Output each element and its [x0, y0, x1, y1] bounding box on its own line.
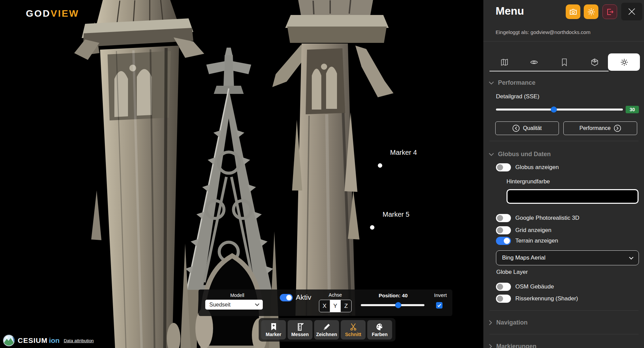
globe-layer-select[interactable]: Bing Maps Aerial: [496, 250, 639, 265]
marker-4-dot[interactable]: [378, 163, 382, 168]
chevron-down-icon: [489, 81, 494, 85]
markierungen-section-header[interactable]: Markierungen: [489, 343, 536, 348]
logout-icon: [606, 8, 614, 16]
gear-tab-icon: [620, 58, 628, 66]
globe-layer-label: Globe Layer: [496, 269, 528, 276]
cesium-attribution: CESIUM ion Data attribution: [3, 334, 94, 347]
cube-icon: [591, 58, 599, 66]
scissors-icon: [349, 323, 357, 331]
terrain-anzeigen-toggle[interactable]: [496, 237, 511, 245]
globe-layer-select-value: Bing Maps Aerial: [502, 254, 546, 261]
aktiv-toggle[interactable]: [280, 294, 293, 301]
bookmark-plus-icon: [270, 323, 277, 331]
tab-underline: [489, 71, 609, 71]
detailgrad-value-badge: 30: [626, 106, 639, 113]
position-slider-thumb[interactable]: [395, 302, 401, 308]
globus-anzeigen-label: Globus anzeigen: [515, 164, 559, 171]
performance-button-label: Performance: [579, 125, 611, 131]
modell-select[interactable]: Suedseit: [205, 300, 263, 310]
invert-label: Invert: [434, 292, 447, 298]
settings-button[interactable]: [584, 4, 598, 19]
schnitt-tool-button[interactable]: Schnitt: [341, 320, 366, 339]
messen-tool-label: Messen: [291, 332, 309, 337]
quality-button-label: Qualität: [523, 125, 542, 131]
hintergrundfarbe-color-picker[interactable]: [506, 189, 639, 204]
pencil-icon: [323, 323, 331, 331]
tab-models[interactable]: [580, 53, 610, 71]
risserkennung-row: Risserkennung (Shader): [496, 295, 578, 303]
marker-4-label[interactable]: Marker 4: [390, 149, 417, 156]
globus-anzeigen-toggle[interactable]: [496, 163, 511, 171]
google-3d-row: Google Photorealistic 3D: [496, 214, 579, 222]
terrain-anzeigen-label: Terrain anzeigen: [515, 237, 558, 244]
aktiv-label: Aktiv: [296, 293, 311, 301]
google-3d-label: Google Photorealistic 3D: [515, 215, 579, 221]
grid-anzeigen-label: Grid anzeigen: [515, 227, 551, 234]
marker-tool-button[interactable]: Marker: [261, 320, 286, 339]
osm-label: OSM Gebäude: [515, 283, 554, 290]
markierungen-section-title: Markierungen: [496, 343, 536, 348]
screenshot-button[interactable]: [566, 4, 580, 19]
data-attribution-link[interactable]: Data attribution: [64, 338, 94, 343]
marker-5-dot[interactable]: [370, 225, 374, 230]
invert-checkbox[interactable]: [436, 302, 442, 309]
axis-x-button[interactable]: X: [319, 300, 330, 312]
axis-button-group: X Y Z: [319, 300, 352, 312]
axis-z-button[interactable]: Z: [341, 300, 351, 312]
risserkennung-label: Risserkennung (Shader): [515, 295, 578, 302]
godview-logo: GODVIEW: [26, 8, 79, 19]
farben-tool-button[interactable]: Farben: [367, 320, 392, 339]
position-slider[interactable]: [361, 304, 424, 306]
tab-bookmarks[interactable]: [549, 53, 579, 71]
osm-toggle[interactable]: [496, 283, 511, 291]
bookmark-icon: [561, 58, 568, 66]
google-3d-toggle[interactable]: [496, 214, 511, 222]
camera-icon: [569, 8, 577, 16]
position-label: Position: 40: [379, 293, 407, 298]
logo-view-text: VIEW: [51, 8, 79, 19]
tools-bar: Marker Messen Zeichnen Schnitt Farben: [259, 318, 396, 342]
marker-tool-label: Marker: [266, 332, 281, 337]
globus-section-title: Globus und Daten: [498, 151, 551, 158]
farben-tool-label: Farben: [372, 332, 388, 337]
detailgrad-slider-thumb[interactable]: [551, 106, 557, 113]
terrain-anzeigen-row: Terrain anzeigen: [496, 237, 558, 245]
check-icon: [437, 303, 441, 308]
performance-section-header[interactable]: Performance: [489, 79, 535, 86]
globus-anzeigen-row: Globus anzeigen: [496, 163, 559, 171]
map-icon: [500, 58, 509, 66]
eye-icon: [530, 58, 538, 66]
clip-plane-bar: Modell Suedseit Aktiv Achse X Y Z Positi…: [198, 289, 452, 316]
detailgrad-label: Detailgrad (SSE): [496, 93, 540, 100]
quality-button[interactable]: Qualität: [495, 121, 559, 135]
menu-panel: Menu Eingeloggt als: godview@northdocks.…: [483, 0, 644, 348]
detailgrad-slider[interactable]: [496, 109, 623, 111]
globus-section-header[interactable]: Globus und Daten: [489, 151, 551, 158]
tab-visibility[interactable]: [519, 53, 549, 71]
gear-icon: [587, 8, 595, 16]
navigation-section-header[interactable]: Navigation: [489, 319, 528, 326]
arrow-right-circle-icon: [614, 125, 621, 132]
cesium-wordmark: CESIUM: [18, 336, 48, 345]
achse-label: Achse: [329, 292, 342, 298]
tab-map[interactable]: [489, 53, 519, 71]
ion-wordmark: ion: [49, 336, 60, 345]
performance-button[interactable]: Performance: [563, 121, 637, 135]
tab-settings[interactable]: [609, 53, 639, 71]
osm-row: OSM Gebäude: [496, 283, 554, 291]
ruler-icon: [296, 323, 304, 331]
chevron-down-icon: [489, 153, 494, 156]
schnitt-tool-label: Schnitt: [345, 332, 361, 337]
risserkennung-toggle[interactable]: [496, 295, 511, 303]
arrow-left-circle-icon: [512, 125, 520, 132]
close-icon: [627, 7, 636, 16]
zeichnen-tool-label: Zeichnen: [316, 332, 337, 337]
marker-5-label[interactable]: Marker 5: [383, 211, 409, 218]
chevron-down-icon: [255, 302, 259, 306]
close-menu-button[interactable]: [621, 3, 642, 20]
zeichnen-tool-button[interactable]: Zeichnen: [314, 320, 339, 339]
messen-tool-button[interactable]: Messen: [288, 320, 312, 339]
logout-button[interactable]: [602, 4, 617, 19]
axis-y-button[interactable]: Y: [330, 300, 341, 312]
grid-anzeigen-toggle[interactable]: [496, 226, 511, 234]
